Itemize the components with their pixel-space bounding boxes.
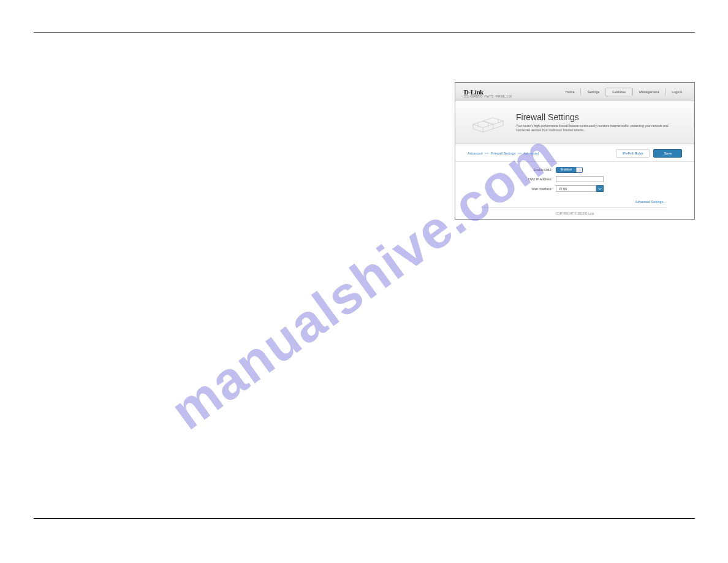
label-wan-interface: Wan Interface:: [468, 187, 552, 191]
page-description: Your router's high-performance firewall …: [516, 124, 675, 133]
router-admin-panel: D-Link DSL-G2452DG · HW:T2 · FW:ME_1.00 …: [455, 82, 695, 220]
toggle-state-text: Enabled: [556, 167, 576, 173]
toggle-knob: [576, 167, 582, 173]
nav-home[interactable]: Home: [559, 88, 581, 96]
nav-logout[interactable]: Logout: [665, 88, 688, 96]
crumb-sep-2: >>: [518, 151, 521, 155]
input-dmz-ip[interactable]: [556, 176, 604, 182]
copyright-footer: COPYRIGHT © 2018 D-Link: [483, 207, 666, 215]
breadcrumb: Advanced >> Firewall Settings >> Advance…: [468, 151, 539, 155]
row-dmz-ip: DMZ IP Address:: [468, 176, 666, 182]
brand-logo: D-Link: [464, 88, 483, 96]
advanced-settings-link[interactable]: Advanced Settings...: [455, 197, 694, 207]
save-button[interactable]: Save: [653, 149, 682, 158]
label-dmz-ip: DMZ IP Address:: [468, 177, 552, 181]
row-wan-interface: Wan Interface: PTM0: [468, 185, 666, 192]
nav-management[interactable]: Management: [632, 88, 665, 96]
page-title: Firewall Settings: [516, 112, 675, 122]
crumb-2[interactable]: Firewall Settings: [491, 151, 515, 155]
chevron-down-icon[interactable]: [596, 185, 604, 192]
label-enable-dmz: Enable DMZ:: [468, 168, 552, 172]
crumb-sep-1: >>: [485, 151, 488, 155]
page-rule-top: [34, 32, 695, 33]
title-band: Firewall Settings Your router's high-per…: [455, 101, 694, 144]
page-rule-bottom: [34, 518, 695, 519]
select-wan-interface[interactable]: PTM0: [556, 185, 604, 192]
form-area: Enable DMZ: Enabled DMZ IP Address: Wan …: [455, 162, 694, 197]
svg-marker-1: [483, 117, 503, 124]
action-buttons: IPv4/v6 Rules Save: [616, 149, 682, 158]
row-enable-dmz: Enable DMZ: Enabled: [468, 167, 666, 173]
firewall-icon: [471, 112, 505, 134]
rules-button[interactable]: IPv4/v6 Rules: [616, 149, 650, 158]
title-text-block: Firewall Settings Your router's high-per…: [516, 112, 675, 133]
top-nav: Home Settings Features Management Logout: [559, 88, 688, 96]
crumb-1[interactable]: Advanced: [468, 151, 482, 155]
toggle-enable-dmz[interactable]: Enabled: [556, 167, 583, 173]
select-value: PTM0: [556, 185, 596, 192]
nav-settings[interactable]: Settings: [580, 88, 605, 96]
crumb-3[interactable]: Advanced: [524, 151, 539, 155]
nav-features[interactable]: Features: [605, 88, 632, 96]
device-subline: DSL-G2452DG · HW:T2 · FW:ME_1.00: [464, 95, 512, 98]
crumb-row: Advanced >> Firewall Settings >> Advance…: [455, 144, 694, 162]
router-header: D-Link DSL-G2452DG · HW:T2 · FW:ME_1.00 …: [455, 83, 694, 101]
svg-marker-0: [473, 121, 493, 128]
